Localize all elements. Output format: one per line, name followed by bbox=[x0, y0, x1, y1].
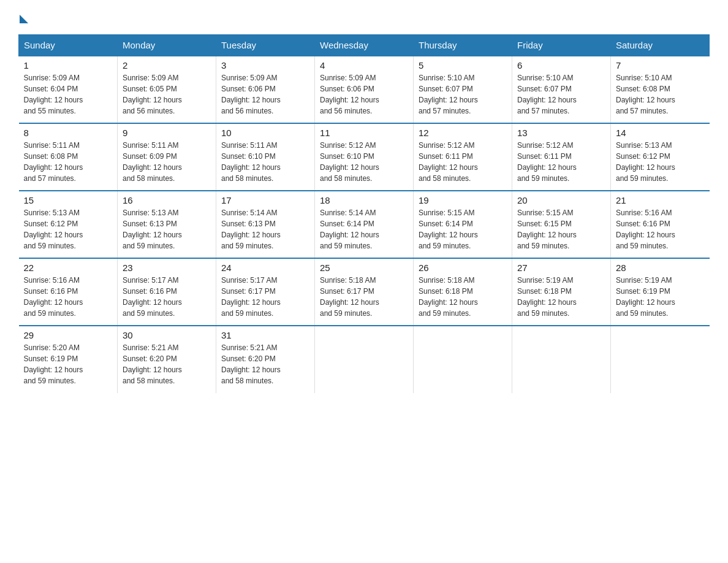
day-number: 26 bbox=[419, 262, 507, 273]
calendar-cell bbox=[315, 326, 414, 393]
calendar-cell: 18 Sunrise: 5:14 AMSunset: 6:14 PMDaylig… bbox=[315, 191, 414, 258]
calendar-cell: 7 Sunrise: 5:10 AMSunset: 6:08 PMDayligh… bbox=[611, 56, 710, 123]
day-number: 25 bbox=[320, 262, 408, 273]
calendar-cell: 4 Sunrise: 5:09 AMSunset: 6:06 PMDayligh… bbox=[315, 56, 414, 123]
day-info: Sunrise: 5:09 AMSunset: 6:06 PMDaylight:… bbox=[320, 72, 408, 117]
day-number: 8 bbox=[24, 128, 113, 138]
day-info: Sunrise: 5:21 AMSunset: 6:20 PMDaylight:… bbox=[221, 342, 309, 386]
day-number: 9 bbox=[123, 128, 211, 138]
day-number: 14 bbox=[616, 128, 705, 138]
calendar-cell: 26 Sunrise: 5:18 AMSunset: 6:18 PMDaylig… bbox=[414, 258, 512, 326]
day-number: 10 bbox=[221, 128, 309, 138]
day-info: Sunrise: 5:12 AMSunset: 6:11 PMDaylight:… bbox=[517, 140, 605, 184]
calendar-week-row: 8 Sunrise: 5:11 AMSunset: 6:08 PMDayligh… bbox=[19, 123, 710, 191]
day-info: Sunrise: 5:16 AMSunset: 6:16 PMDaylight:… bbox=[616, 207, 705, 251]
day-number: 24 bbox=[221, 262, 309, 273]
day-info: Sunrise: 5:21 AMSunset: 6:20 PMDaylight:… bbox=[123, 342, 211, 386]
day-info: Sunrise: 5:17 AMSunset: 6:16 PMDaylight:… bbox=[123, 275, 211, 319]
day-info: Sunrise: 5:15 AMSunset: 6:15 PMDaylight:… bbox=[517, 207, 605, 251]
calendar-cell: 25 Sunrise: 5:18 AMSunset: 6:17 PMDaylig… bbox=[315, 258, 414, 326]
day-info: Sunrise: 5:13 AMSunset: 6:12 PMDaylight:… bbox=[616, 140, 705, 184]
day-info: Sunrise: 5:11 AMSunset: 6:09 PMDaylight:… bbox=[123, 140, 211, 184]
day-info: Sunrise: 5:12 AMSunset: 6:10 PMDaylight:… bbox=[320, 140, 408, 184]
calendar-cell: 14 Sunrise: 5:13 AMSunset: 6:12 PMDaylig… bbox=[611, 123, 710, 191]
day-number: 17 bbox=[221, 195, 309, 205]
calendar-week-row: 29 Sunrise: 5:20 AMSunset: 6:19 PMDaylig… bbox=[19, 326, 710, 393]
page-header bbox=[18, 12, 710, 23]
day-number: 4 bbox=[320, 60, 408, 71]
calendar-cell: 31 Sunrise: 5:21 AMSunset: 6:20 PMDaylig… bbox=[216, 326, 315, 393]
day-number: 21 bbox=[616, 195, 705, 205]
day-number: 7 bbox=[616, 60, 705, 71]
header-cell-tuesday: Tuesday bbox=[216, 35, 315, 56]
day-number: 16 bbox=[123, 195, 211, 205]
header-cell-friday: Friday bbox=[512, 35, 611, 56]
day-info: Sunrise: 5:09 AMSunset: 6:04 PMDaylight:… bbox=[24, 72, 113, 117]
day-info: Sunrise: 5:18 AMSunset: 6:17 PMDaylight:… bbox=[320, 275, 408, 319]
calendar-cell: 15 Sunrise: 5:13 AMSunset: 6:12 PMDaylig… bbox=[19, 191, 118, 258]
day-number: 15 bbox=[24, 195, 113, 205]
calendar-week-row: 22 Sunrise: 5:16 AMSunset: 6:16 PMDaylig… bbox=[19, 258, 710, 326]
day-number: 3 bbox=[221, 60, 309, 71]
calendar-cell: 13 Sunrise: 5:12 AMSunset: 6:11 PMDaylig… bbox=[512, 123, 611, 191]
day-number: 23 bbox=[123, 262, 211, 273]
calendar-cell: 21 Sunrise: 5:16 AMSunset: 6:16 PMDaylig… bbox=[611, 191, 710, 258]
day-info: Sunrise: 5:11 AMSunset: 6:10 PMDaylight:… bbox=[221, 140, 309, 184]
day-number: 28 bbox=[616, 262, 705, 273]
day-info: Sunrise: 5:12 AMSunset: 6:11 PMDaylight:… bbox=[419, 140, 507, 184]
calendar-week-row: 1 Sunrise: 5:09 AMSunset: 6:04 PMDayligh… bbox=[19, 56, 710, 123]
day-number: 6 bbox=[517, 60, 605, 71]
calendar-cell bbox=[611, 326, 710, 393]
calendar-cell: 8 Sunrise: 5:11 AMSunset: 6:08 PMDayligh… bbox=[19, 123, 118, 191]
calendar-cell: 11 Sunrise: 5:12 AMSunset: 6:10 PMDaylig… bbox=[315, 123, 414, 191]
calendar-cell: 16 Sunrise: 5:13 AMSunset: 6:13 PMDaylig… bbox=[118, 191, 216, 258]
calendar-cell: 29 Sunrise: 5:20 AMSunset: 6:19 PMDaylig… bbox=[19, 326, 118, 393]
calendar-cell: 20 Sunrise: 5:15 AMSunset: 6:15 PMDaylig… bbox=[512, 191, 611, 258]
day-info: Sunrise: 5:10 AMSunset: 6:07 PMDaylight:… bbox=[419, 72, 507, 117]
day-info: Sunrise: 5:14 AMSunset: 6:13 PMDaylight:… bbox=[221, 207, 309, 251]
calendar-cell: 27 Sunrise: 5:19 AMSunset: 6:18 PMDaylig… bbox=[512, 258, 611, 326]
day-number: 11 bbox=[320, 128, 408, 138]
day-number: 29 bbox=[24, 330, 113, 340]
calendar-cell: 19 Sunrise: 5:15 AMSunset: 6:14 PMDaylig… bbox=[414, 191, 512, 258]
day-info: Sunrise: 5:19 AMSunset: 6:19 PMDaylight:… bbox=[616, 275, 705, 319]
day-info: Sunrise: 5:13 AMSunset: 6:12 PMDaylight:… bbox=[24, 207, 113, 251]
calendar-cell: 28 Sunrise: 5:19 AMSunset: 6:19 PMDaylig… bbox=[611, 258, 710, 326]
calendar-cell bbox=[512, 326, 611, 393]
day-number: 30 bbox=[123, 330, 211, 340]
calendar-cell: 6 Sunrise: 5:10 AMSunset: 6:07 PMDayligh… bbox=[512, 56, 611, 123]
day-number: 1 bbox=[24, 60, 113, 71]
header-cell-thursday: Thursday bbox=[414, 35, 512, 56]
calendar-header-row: SundayMondayTuesdayWednesdayThursdayFrid… bbox=[19, 35, 710, 56]
calendar-cell: 23 Sunrise: 5:17 AMSunset: 6:16 PMDaylig… bbox=[118, 258, 216, 326]
header-cell-saturday: Saturday bbox=[611, 35, 710, 56]
calendar-cell: 5 Sunrise: 5:10 AMSunset: 6:07 PMDayligh… bbox=[414, 56, 512, 123]
calendar-cell: 24 Sunrise: 5:17 AMSunset: 6:17 PMDaylig… bbox=[216, 258, 315, 326]
calendar-cell: 17 Sunrise: 5:14 AMSunset: 6:13 PMDaylig… bbox=[216, 191, 315, 258]
day-info: Sunrise: 5:14 AMSunset: 6:14 PMDaylight:… bbox=[320, 207, 408, 251]
day-number: 18 bbox=[320, 195, 408, 205]
calendar-cell: 3 Sunrise: 5:09 AMSunset: 6:06 PMDayligh… bbox=[216, 56, 315, 123]
day-number: 19 bbox=[419, 195, 507, 205]
day-info: Sunrise: 5:09 AMSunset: 6:06 PMDaylight:… bbox=[221, 72, 309, 117]
day-number: 22 bbox=[24, 262, 113, 273]
calendar-cell: 12 Sunrise: 5:12 AMSunset: 6:11 PMDaylig… bbox=[414, 123, 512, 191]
logo bbox=[18, 12, 28, 23]
day-info: Sunrise: 5:11 AMSunset: 6:08 PMDaylight:… bbox=[24, 140, 113, 184]
day-info: Sunrise: 5:13 AMSunset: 6:13 PMDaylight:… bbox=[123, 207, 211, 251]
calendar-cell: 1 Sunrise: 5:09 AMSunset: 6:04 PMDayligh… bbox=[19, 56, 118, 123]
calendar-cell: 10 Sunrise: 5:11 AMSunset: 6:10 PMDaylig… bbox=[216, 123, 315, 191]
header-cell-sunday: Sunday bbox=[19, 35, 118, 56]
day-number: 27 bbox=[517, 262, 605, 273]
day-number: 13 bbox=[517, 128, 605, 138]
day-info: Sunrise: 5:10 AMSunset: 6:08 PMDaylight:… bbox=[616, 72, 705, 117]
day-number: 2 bbox=[123, 60, 211, 71]
day-info: Sunrise: 5:20 AMSunset: 6:19 PMDaylight:… bbox=[24, 342, 113, 386]
day-info: Sunrise: 5:19 AMSunset: 6:18 PMDaylight:… bbox=[517, 275, 605, 319]
day-number: 20 bbox=[517, 195, 605, 205]
day-number: 5 bbox=[419, 60, 507, 71]
calendar-cell: 22 Sunrise: 5:16 AMSunset: 6:16 PMDaylig… bbox=[19, 258, 118, 326]
day-info: Sunrise: 5:16 AMSunset: 6:16 PMDaylight:… bbox=[24, 275, 113, 319]
day-info: Sunrise: 5:18 AMSunset: 6:18 PMDaylight:… bbox=[419, 275, 507, 319]
calendar-cell: 9 Sunrise: 5:11 AMSunset: 6:09 PMDayligh… bbox=[118, 123, 216, 191]
